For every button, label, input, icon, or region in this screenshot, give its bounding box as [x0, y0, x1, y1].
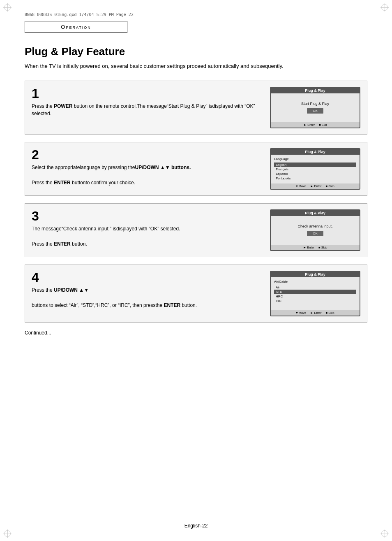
step-3-screen-ok-btn: OK — [307, 231, 323, 236]
step-4-screen-label: Air/Cable — [274, 280, 356, 283]
step-2-lang-item-0: English — [274, 163, 356, 167]
steps-container: 1Press the POWER button on the remote co… — [25, 81, 367, 323]
step-4-screen-content: Air/CableAirSTDHRCIRC — [271, 277, 360, 310]
step-1-screen-title: Plug & Play — [271, 88, 360, 93]
step-2-box: 2Select the appropriatelanguage by press… — [25, 142, 367, 196]
step-1-left: 1Press the POWER button on the remote co… — [32, 87, 262, 118]
step-1-screen-ok-btn: OK — [307, 108, 323, 114]
step-3-footer-item-0: ► Enter — [303, 246, 314, 249]
step-4-screen-footer: ♥ Move► Enter■ Skip — [271, 310, 360, 316]
step-2-lang-item-1: Français — [274, 167, 356, 172]
operation-header: Operation — [25, 21, 127, 33]
step-2-lang-item-2: Español — [274, 172, 356, 176]
step-3-left: 3The message“Check antenna input.” isdis… — [32, 209, 262, 248]
step-2-text: Select the appropriatelanguage by pressi… — [32, 164, 262, 187]
step-1-footer-item-1: ■ Exit — [319, 123, 327, 127]
step-1-screen: Plug & PlayStart Plug & PlayOK► Enter■ E… — [270, 87, 360, 128]
step-2-left: 2Select the appropriatelanguage by press… — [32, 148, 262, 187]
step-2-screen: Plug & PlayLanguageEnglishFrançaisEspaño… — [270, 148, 360, 190]
step-2-footer-item-1: ► Enter — [310, 184, 321, 188]
page-footer: English-22 — [0, 523, 392, 529]
step-3-screen-content-text: Check antenna input. — [297, 224, 332, 228]
step-4-cable-item-2: HRC — [274, 294, 356, 299]
step-2-screen-footer: ♥ Move► Enter■ Skip — [271, 183, 360, 189]
step-3-screen-footer: ► Enter■ Skip — [271, 245, 360, 250]
step-1-box: 1Press the POWER button on the remote co… — [25, 81, 367, 135]
step-3-text: The message“Check antenna input.” isdisp… — [32, 225, 262, 248]
step-1-screen-content: Start Plug & PlayOK — [271, 93, 360, 122]
step-3-number: 3 — [32, 209, 262, 223]
step-4-footer-item-1: ► Enter — [310, 311, 321, 315]
step-4-box: 4Press the UP/DOWN ▲▼buttons to select “… — [25, 265, 367, 323]
step-2-number: 2 — [32, 148, 262, 161]
reg-mark-tl — [3, 3, 12, 12]
step-3-screen-title: Plug & Play — [271, 210, 360, 216]
step-4-screen-title: Plug & Play — [271, 272, 360, 277]
step-1-screen-footer: ► Enter■ Exit — [271, 122, 360, 128]
step-2-screen-label: Language — [274, 157, 356, 161]
page-title: Plug & Play Feature — [25, 45, 367, 58]
footer-page-number: 22 — [202, 523, 208, 529]
step-4-screen: Plug & PlayAir/CableAirSTDHRCIRC♥ Move► … — [270, 271, 360, 316]
reg-mark-bl — [3, 529, 12, 538]
footer-language: English — [184, 523, 201, 529]
step-2-footer-item-0: ♥ Move — [296, 184, 306, 188]
step-3-screen-content: Check antenna input.OK — [271, 216, 360, 245]
step-4-cable-item-1: STD — [274, 290, 356, 294]
file-info: BN68-00883S-01Eng.qxd 1/4/04 5:29 PM Pag… — [25, 12, 367, 17]
step-4-number: 4 — [32, 271, 262, 284]
reg-mark-br — [380, 529, 389, 538]
step-4-left: 4Press the UP/DOWN ▲▼buttons to select “… — [32, 271, 262, 309]
step-3-screen: Plug & PlayCheck antenna input.OK► Enter… — [270, 209, 360, 251]
continued-text: Continued... — [25, 330, 367, 336]
step-1-screen-content-text: Start Plug & Play — [301, 102, 329, 106]
step-3-box: 3The message“Check antenna input.” isdis… — [25, 203, 367, 257]
step-2-lang-item-3: Português — [274, 176, 356, 181]
step-1-text: Press the POWER button on the remote con… — [32, 102, 262, 118]
step-1-footer-item-0: ► Enter — [304, 123, 315, 127]
step-4-cable-item-0: Air — [274, 285, 356, 290]
operation-label: Operation — [61, 24, 91, 30]
step-4-footer-item-0: ♥ Move — [296, 311, 306, 315]
step-4-text: Press the UP/DOWN ▲▼buttons to select “A… — [32, 286, 262, 309]
step-4-cable-item-3: IRC — [274, 299, 356, 303]
step-4-footer-item-2: ■ Skip — [326, 311, 334, 315]
step-2-screen-title: Plug & Play — [271, 149, 360, 155]
step-2-footer-item-2: ■ Skip — [326, 184, 334, 188]
step-2-screen-content: LanguageEnglishFrançaisEspañolPortuguês — [271, 155, 360, 183]
step-1-number: 1 — [32, 87, 262, 100]
page-subtitle: When the TV is initially powered on, sev… — [25, 62, 367, 70]
reg-mark-tr — [380, 3, 389, 12]
step-3-footer-item-1: ■ Skip — [318, 246, 327, 249]
